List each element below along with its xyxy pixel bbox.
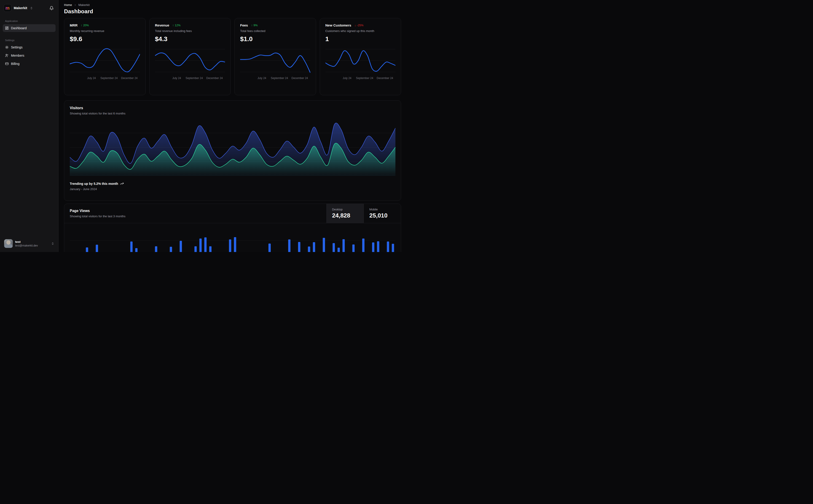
stat-value: $4.3: [155, 35, 225, 43]
arrow-down-icon: ↓: [355, 24, 356, 27]
stat-title: MRR: [70, 23, 77, 27]
makerkit-logo: m: [4, 4, 11, 12]
notifications-bell-icon[interactable]: [48, 5, 55, 11]
sidebar-item-billing[interactable]: Billing: [3, 60, 56, 68]
nav-section-application: Application: [3, 20, 56, 22]
stat-card-revenue: Revenue ↑12% Total revenue including fee…: [149, 18, 231, 95]
visitors-card: Visitors Showing total visitors for the …: [64, 100, 401, 201]
sparkline-x-axis: July 24 September 24 December 24: [70, 77, 140, 80]
chevrons-up-down-icon: [51, 242, 54, 245]
breadcrumb: Home Makerkit: [64, 3, 401, 7]
account-menu[interactable]: test test@makerkit.dev: [3, 238, 56, 249]
visitors-title: Visitors: [70, 106, 395, 110]
desktop-value: 24,828: [332, 212, 358, 219]
revenue-sparkline-chart[interactable]: [155, 46, 225, 75]
sparkline-x-axis: July 24 September 24 December 24: [240, 77, 310, 80]
stat-value: $1.0: [240, 35, 310, 43]
nav-section-settings: Settings: [3, 39, 56, 42]
x-tick: September 24: [271, 77, 288, 80]
stat-value: $9.6: [70, 35, 140, 43]
chevrons-up-down-icon: [30, 7, 33, 10]
new-customers-sparkline-chart[interactable]: [325, 46, 396, 75]
users-icon: [5, 54, 9, 57]
mobile-toggle-button[interactable]: Mobile 25,010: [364, 204, 401, 223]
gear-icon: [5, 45, 9, 49]
fees-sparkline-chart[interactable]: [240, 46, 310, 75]
user-name: test: [15, 240, 49, 244]
desktop-toggle-button[interactable]: Desktop 24,828: [326, 204, 364, 223]
trend-badge: ↑12%: [172, 24, 180, 27]
stat-title: New Customers: [325, 23, 351, 27]
x-tick: July 24: [343, 77, 351, 80]
stat-description: Total fees collected: [240, 29, 310, 33]
x-tick: September 24: [185, 77, 202, 80]
sparkline-x-axis: July 24 September 24 December 24: [325, 77, 396, 80]
visitors-subtitle: Showing total visitors for the last 6 mo…: [70, 112, 395, 115]
stat-description: Total revenue including fees: [155, 29, 225, 33]
trend-badge: ↑20%: [81, 24, 89, 27]
mrr-sparkline-chart[interactable]: [70, 46, 140, 75]
mobile-label: Mobile: [369, 208, 395, 211]
breadcrumb-current: Makerkit: [78, 3, 90, 7]
page-title: Dashboard: [64, 8, 401, 15]
page-views-bar-chart[interactable]: [64, 223, 401, 252]
arrow-up-icon: ↑: [251, 24, 253, 27]
main-content: Home Makerkit Dashboard MRR ↑20% Monthly…: [58, 0, 407, 252]
trend-badge: ↓-25%: [355, 24, 363, 27]
stat-card-mrr: MRR ↑20% Monthly recurring revenue $9.6 …: [64, 18, 146, 95]
stat-description: Customers who signed up this month: [325, 29, 396, 33]
x-tick: December 24: [291, 77, 308, 80]
page-views-title: Page Views: [70, 209, 321, 213]
sidebar-item-label: Members: [11, 54, 24, 57]
arrow-up-icon: ↑: [172, 24, 174, 27]
x-tick: December 24: [377, 77, 393, 80]
stat-value: 1: [325, 35, 396, 43]
x-tick: December 24: [121, 77, 137, 80]
x-tick: July 24: [87, 77, 96, 80]
sidebar-item-dashboard[interactable]: Dashboard: [3, 24, 56, 32]
sidebar-item-members[interactable]: Members: [3, 52, 56, 59]
visitors-date-range: January - June 2024: [70, 187, 395, 191]
visitors-trend-text: Trending up by 5.2% this month: [70, 182, 118, 186]
x-tick: July 24: [258, 77, 266, 80]
stat-description: Monthly recurring revenue: [70, 29, 140, 33]
trend-badge: ↑9%: [251, 24, 258, 27]
page-views-card: Page Views Showing total visitors for th…: [64, 204, 401, 252]
visitors-area-chart[interactable]: [70, 119, 395, 176]
workspace-name: Makerkit: [14, 6, 27, 10]
stat-card-fees: Fees ↑9% Total fees collected $1.0 July …: [235, 18, 316, 95]
x-tick: July 24: [172, 77, 181, 80]
avatar: [4, 239, 13, 248]
dashboard-icon: [5, 26, 9, 30]
chevron-right-icon: [74, 4, 77, 6]
x-tick: September 24: [356, 77, 373, 80]
sidebar-item-settings[interactable]: Settings: [3, 43, 56, 51]
breadcrumb-home-link[interactable]: Home: [64, 3, 72, 7]
x-tick: September 24: [100, 77, 117, 80]
sparkline-x-axis: July 24 September 24 December 24: [155, 77, 225, 80]
user-email: test@makerkit.dev: [15, 244, 49, 247]
sidebar-item-label: Dashboard: [11, 26, 27, 30]
sidebar: m Makerkit Application Dashboard Setting…: [0, 0, 58, 252]
desktop-label: Desktop: [332, 208, 358, 211]
stat-title: Fees: [240, 23, 248, 27]
stat-card-new-customers: New Customers ↓-25% Customers who signed…: [320, 18, 401, 95]
stat-cards-row: MRR ↑20% Monthly recurring revenue $9.6 …: [64, 18, 401, 95]
trending-up-icon: [120, 182, 124, 186]
sidebar-item-label: Settings: [11, 45, 23, 49]
sidebar-nav: Application Dashboard Settings Settings: [3, 20, 56, 238]
x-tick: December 24: [206, 77, 223, 80]
sidebar-item-label: Billing: [11, 62, 19, 66]
workspace-switcher[interactable]: m Makerkit: [3, 3, 56, 13]
page-views-subtitle: Showing total visitors for the last 3 mo…: [70, 215, 321, 218]
mobile-value: 25,010: [369, 212, 395, 219]
credit-card-icon: [5, 62, 9, 66]
stat-title: Revenue: [155, 23, 169, 27]
arrow-up-icon: ↑: [81, 24, 82, 27]
page-views-toggle-group: Desktop 24,828 Mobile 25,010: [326, 204, 401, 223]
